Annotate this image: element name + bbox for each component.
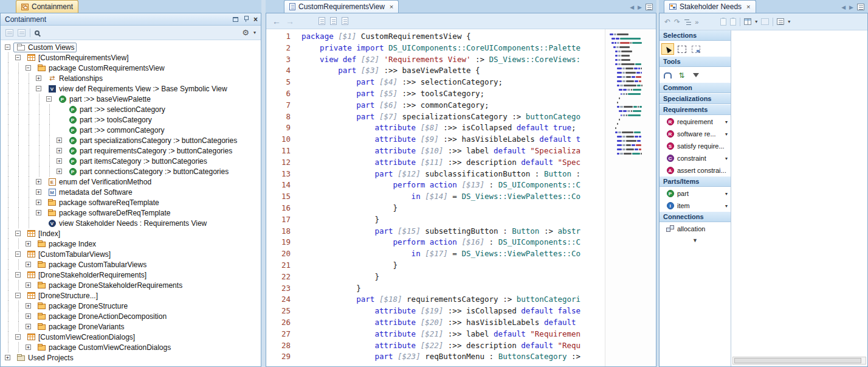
code-line[interactable]: 9attribute [$8] :>> isCollapsed default … xyxy=(266,122,605,134)
tab-containment[interactable]: Containment xyxy=(16,0,78,13)
collapse-icon[interactable]: − xyxy=(36,86,41,91)
float-window-icon[interactable] xyxy=(233,17,238,22)
code-line[interactable]: 14perform action [$13] : DS_UIComponents… xyxy=(266,180,605,191)
save-document-icon[interactable] xyxy=(319,17,325,25)
palette-item[interactable]: allocation xyxy=(660,223,731,235)
close-tab-icon[interactable]: × xyxy=(390,3,393,10)
code-line[interactable]: 21} xyxy=(266,260,605,271)
expand-icon[interactable]: + xyxy=(26,262,31,267)
caret-down-icon[interactable]: ▾ xyxy=(725,119,731,125)
expand-all-icon[interactable] xyxy=(18,29,26,37)
code-line[interactable]: 22} xyxy=(266,271,605,283)
expander-cell[interactable]: + xyxy=(34,187,44,197)
tree-item[interactable]: Ppart :>> commonCategory xyxy=(3,125,261,135)
code-line[interactable]: 20in [$17] = DS_Views::ViewPalettes::Co xyxy=(266,248,605,260)
tree-item[interactable]: +package CustomViewCreationDialogs xyxy=(3,342,261,352)
code-area[interactable]: 1package [$1] CustomRequirementsView {2p… xyxy=(266,29,605,366)
code-line[interactable]: 5part [$4] :>> selectionCategory; xyxy=(266,77,605,88)
export-document-icon[interactable] xyxy=(342,17,348,25)
tree-item[interactable]: Vview Stakeholder Needs : Requirements V… xyxy=(3,218,261,228)
layout-grid-icon[interactable] xyxy=(744,18,751,25)
palette-section-header[interactable]: Tools xyxy=(660,57,731,67)
palette-section-header[interactable]: Selections xyxy=(660,30,731,41)
expander-cell[interactable]: − xyxy=(13,228,24,239)
scrollbar-thumb[interactable] xyxy=(734,358,861,363)
code-line[interactable]: 8part [$7] specializationsCategory :> bu… xyxy=(266,111,605,123)
expander-cell[interactable]: + xyxy=(34,208,44,218)
tree-item[interactable]: Ppart :>> selectionCategory xyxy=(3,104,261,114)
filter-tool-button[interactable] xyxy=(689,69,702,81)
structure-icon[interactable] xyxy=(684,18,691,26)
expand-icon[interactable]: + xyxy=(57,169,62,174)
code-line[interactable]: 16} xyxy=(266,203,605,214)
code-line[interactable]: 17} xyxy=(266,214,605,226)
code-line[interactable]: 19perform action [$16] : DS_UIComponents… xyxy=(266,237,605,248)
collapse-icon[interactable]: − xyxy=(26,65,31,71)
tree-item[interactable]: +Ppart connectionsCategory :> buttonCate… xyxy=(3,166,261,177)
code-line[interactable]: 23} xyxy=(266,283,605,295)
pin-icon[interactable] xyxy=(243,16,249,23)
diagram-canvas[interactable] xyxy=(731,30,867,366)
code-line[interactable]: 27attribute [$21] :>> label default "Req… xyxy=(266,329,605,340)
tree-item[interactable]: −Custom Views xyxy=(3,42,261,52)
tree-item[interactable]: −Ppart :>> baseViewPalette xyxy=(3,94,261,104)
image-icon[interactable] xyxy=(761,18,769,25)
group-tool-button[interactable] xyxy=(689,43,702,55)
tree-item[interactable]: −[DroneStakeholderRequirements] xyxy=(3,270,261,280)
expander-cell[interactable]: − xyxy=(13,290,24,301)
collapse-icon[interactable]: − xyxy=(15,55,21,60)
tree-item[interactable]: +package DroneActionDecomposition xyxy=(3,311,261,321)
code-line[interactable]: 24part [$18] requirementsCategory :> but… xyxy=(266,294,605,306)
undo-icon[interactable]: ↶ xyxy=(664,18,670,26)
expander-cell[interactable]: + xyxy=(24,311,34,321)
code-line[interactable]: 1package [$1] CustomRequirementsView { xyxy=(266,31,605,43)
paste-icon[interactable] xyxy=(730,18,736,26)
view-options-icon[interactable] xyxy=(777,18,784,25)
marquee-tool-button[interactable] xyxy=(675,43,688,55)
expander-cell[interactable]: + xyxy=(3,352,13,363)
expand-icon[interactable]: + xyxy=(5,355,10,360)
caret-down-icon[interactable]: ▾ xyxy=(725,131,731,137)
expander-cell[interactable]: − xyxy=(44,94,55,104)
code-editor[interactable]: 1package [$1] CustomRequirementsView {2p… xyxy=(266,29,656,366)
code-line[interactable]: 6part [$5] :>> toolsCategory; xyxy=(266,88,605,100)
expander-cell[interactable]: + xyxy=(55,166,65,177)
palette-more-icon[interactable]: ▼ xyxy=(660,235,731,243)
collapse-icon[interactable]: − xyxy=(5,44,10,50)
code-line[interactable]: 26attribute [$20] :>> hasVisibleLabels d… xyxy=(266,317,605,329)
code-line[interactable]: 13part [$12] subclassificationButton : B… xyxy=(266,169,605,180)
scroll-tabs-right-icon[interactable]: ▶ xyxy=(849,4,853,10)
toolbar-overflow-icon[interactable]: » xyxy=(695,18,698,26)
tree-item[interactable]: −Vview def Requirements View :> Base Sym… xyxy=(3,83,261,94)
expand-icon[interactable]: + xyxy=(57,138,62,143)
expander-cell[interactable]: + xyxy=(24,342,34,352)
tree-item[interactable]: −[DroneStructure...] xyxy=(3,290,261,301)
collapse-icon[interactable]: − xyxy=(46,96,52,102)
palette-section-header[interactable]: Parts/Items xyxy=(660,177,731,187)
expander-cell[interactable]: − xyxy=(13,332,24,342)
expander-cell[interactable]: + xyxy=(34,73,44,83)
code-line[interactable]: 12attribute [$11] :>> description defaul… xyxy=(266,157,605,169)
horizontal-scrollbar[interactable] xyxy=(732,357,866,365)
code-line[interactable]: 10attribute [$9] :>> hasVisibleLabels de… xyxy=(266,134,605,145)
tree-item[interactable]: +package softwareReqTemplate xyxy=(3,197,261,208)
magnet-tool-button[interactable] xyxy=(661,69,674,81)
copy-icon[interactable] xyxy=(720,18,726,26)
tree-item[interactable]: +package Index xyxy=(3,239,261,249)
expander-cell[interactable]: + xyxy=(55,156,65,166)
tree-item[interactable]: Ppart :>> toolsCategory xyxy=(3,114,261,125)
tab-list-icon[interactable] xyxy=(646,4,653,10)
expand-icon[interactable]: + xyxy=(36,75,41,81)
expander-cell[interactable]: + xyxy=(24,259,34,270)
close-panel-icon[interactable]: × xyxy=(253,16,258,23)
caret-down-icon[interactable]: ▾ xyxy=(725,156,731,161)
tree-item[interactable]: +Ppart specializationsCategory :> button… xyxy=(3,135,261,145)
caret-down-icon[interactable]: ▾ xyxy=(725,191,731,197)
tree-item[interactable]: +package DroneStakeholderRequirements xyxy=(3,280,261,290)
palette-item[interactable]: Iitem▾ xyxy=(660,200,731,212)
tree-item[interactable]: +Mmetadata def Software xyxy=(3,187,261,197)
tree-item[interactable]: +⇄Relationships xyxy=(3,73,261,83)
collapse-icon[interactable]: − xyxy=(15,293,21,298)
view-options-caret-icon[interactable]: ▾ xyxy=(788,19,790,24)
expand-icon[interactable]: + xyxy=(26,313,31,319)
